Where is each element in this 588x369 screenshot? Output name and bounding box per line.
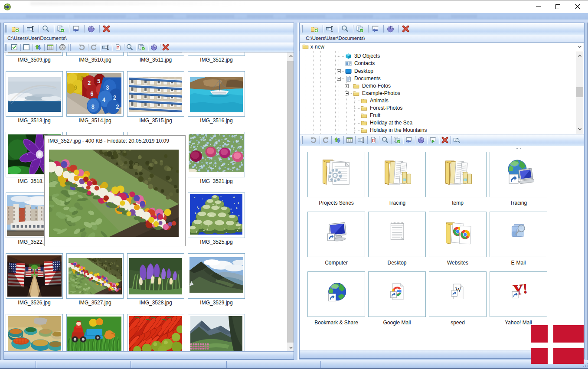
svg-text:8: 8: [91, 104, 95, 111]
svg-text:2: 2: [88, 79, 91, 86]
svg-text:!: !: [522, 281, 528, 297]
svg-text:4: 4: [102, 96, 106, 103]
svg-text:9: 9: [74, 84, 77, 91]
svg-text:5: 5: [97, 78, 101, 85]
svg-text:6: 6: [91, 90, 94, 97]
svg-text:3: 3: [106, 84, 109, 91]
svg-text:2: 2: [116, 104, 119, 111]
svg-text:6: 6: [81, 75, 84, 82]
svg-text:2: 2: [113, 94, 116, 101]
